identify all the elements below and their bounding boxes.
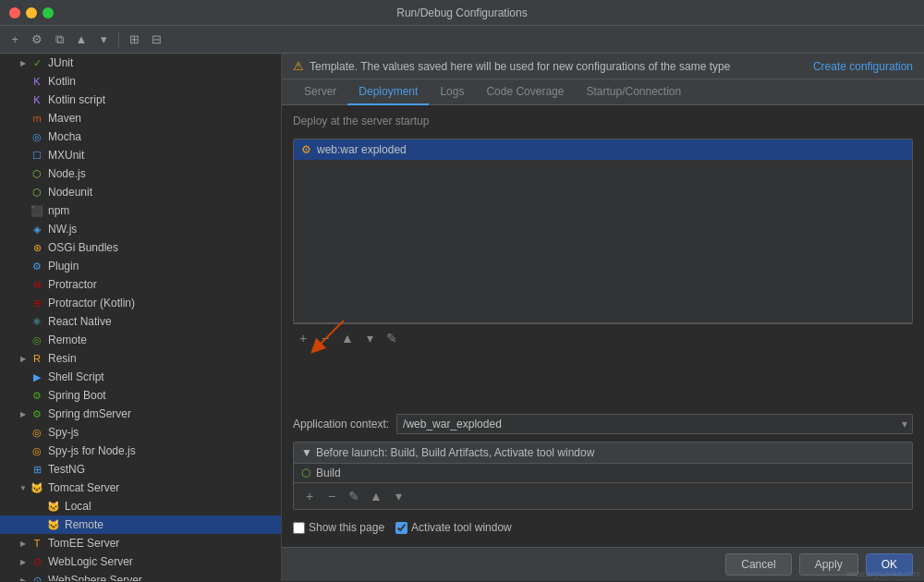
tree-arrow [17, 260, 30, 273]
move-deploy-up-button[interactable]: ▲ [337, 328, 358, 348]
toolbar-separator [118, 32, 119, 47]
tab-code-coverage[interactable]: Code Coverage [475, 79, 575, 105]
window-title: Run/Debug Configurations [396, 6, 527, 19]
close-button[interactable] [9, 7, 20, 18]
sidebar-item-resin[interactable]: ▶RResin [0, 349, 281, 368]
sidebar-item-tomcat-local[interactable]: 🐱Local [0, 497, 281, 515]
tree-arrow [33, 500, 46, 513]
sidebar-item-nwjs[interactable]: ◈NW.js [0, 220, 281, 238]
sidebar-item-plugin[interactable]: ⚙Plugin [0, 257, 281, 275]
show-page-checkbox[interactable]: Show this page [293, 521, 384, 534]
context-select-wrap[interactable]: /web_war_exploded [396, 414, 913, 434]
tree-arrow [17, 149, 30, 162]
sidebar-item-testng[interactable]: ⊞TestNG [0, 460, 281, 479]
sidebar-label-remote: Remote [48, 333, 87, 346]
create-configuration-link[interactable]: Create configuration [813, 60, 913, 73]
tree-arrow: ▶ [17, 352, 30, 365]
sidebar-label-protractor-kotlin: Protractor (Kotlin) [48, 297, 135, 309]
edit-launch-button[interactable]: ✎ [344, 486, 364, 506]
tree-arrow [17, 167, 30, 180]
build-icon: ⬡ [301, 467, 310, 479]
group-button[interactable]: ⊟ [147, 30, 165, 49]
deploy-item[interactable]: ⚙ web:war exploded [294, 139, 912, 160]
spy-js-node-icon: ◎ [30, 443, 44, 458]
sidebar-item-remote[interactable]: ◎Remote [0, 331, 281, 349]
tomcat-remote-icon: 🐱 [46, 517, 61, 532]
sidebar-label-tomcat-local: Local [65, 500, 91, 513]
before-launch-arrow: ▼ [301, 446, 312, 459]
context-select[interactable]: /web_war_exploded [396, 414, 913, 434]
sidebar-label-maven: Maven [48, 112, 81, 125]
sidebar-label-kotlin: Kotlin [48, 75, 76, 88]
sidebar-item-mxunit[interactable]: ☐MXUnit [0, 146, 281, 164]
sidebar-label-react-native: React Native [48, 315, 112, 328]
content-area: ⚠ Template. The values saved here will b… [282, 54, 924, 581]
plugin-icon: ⚙ [30, 259, 44, 273]
sidebar-item-react-native[interactable]: ⚛React Native [0, 312, 281, 331]
before-launch-header[interactable]: ▼ Before launch: Build, Build Artifacts,… [294, 443, 912, 464]
config-tree[interactable]: ▶✓JUnitKKotlinKKotlin scriptmMaven◎Mocha… [0, 54, 282, 581]
sidebar-item-maven[interactable]: mMaven [0, 109, 281, 127]
show-page-input[interactable] [293, 522, 305, 534]
sort-button[interactable]: ⊞ [125, 30, 143, 49]
window-controls [9, 7, 54, 18]
minimize-button[interactable] [26, 7, 37, 18]
copy-button[interactable]: ⧉ [50, 30, 68, 49]
sidebar-item-nodeunit[interactable]: ⬡Nodeunit [0, 183, 281, 201]
tab-startup-connection[interactable]: Startup/Connection [575, 79, 692, 105]
sidebar-item-spy-js-node[interactable]: ◎Spy-js for Node.js [0, 442, 281, 460]
sidebar-label-nodejs: Node.js [48, 167, 86, 180]
sidebar-item-junit[interactable]: ▶✓JUnit [0, 54, 281, 72]
edit-deploy-button[interactable]: ✎ [382, 328, 402, 348]
kotlin-icon: K [30, 74, 44, 89]
add-launch-button[interactable]: + [299, 486, 320, 506]
before-launch-item[interactable]: ⬡ Build [294, 464, 912, 482]
settings-button[interactable]: ⚙ [28, 30, 46, 49]
tree-arrow [17, 278, 30, 291]
add-deploy-button[interactable]: + [293, 328, 313, 348]
sidebar-item-spring-dmserver[interactable]: ▶⚙Spring dmServer [0, 405, 281, 423]
remove-deploy-button[interactable]: − [315, 328, 335, 348]
move-deploy-down-button[interactable]: ▾ [359, 328, 380, 348]
sidebar-item-tomcat-remote[interactable]: 🐱Remote [0, 515, 281, 534]
sidebar-item-osgi[interactable]: ⊛OSGi Bundles [0, 238, 281, 257]
sidebar-item-spy-js[interactable]: ◎Spy-js [0, 423, 281, 442]
sidebar-item-tomcat-server[interactable]: ▼🐱Tomcat Server [0, 479, 281, 497]
move-launch-down-button[interactable]: ▾ [388, 486, 408, 506]
activate-window-input[interactable] [395, 522, 407, 534]
sidebar-item-tomee-server[interactable]: ▶TTomEE Server [0, 534, 281, 552]
sidebar-item-protractor[interactable]: ⊖Protractor [0, 275, 281, 294]
tree-arrow: ▶ [17, 574, 30, 581]
add-config-button[interactable]: + [6, 30, 24, 49]
sidebar-item-mocha[interactable]: ◎Mocha [0, 127, 281, 146]
sidebar-item-nodejs[interactable]: ⬡Node.js [0, 164, 281, 183]
cancel-button[interactable]: Cancel [725, 553, 791, 576]
tomcat-server-icon: 🐱 [30, 480, 44, 495]
sidebar-item-npm[interactable]: ⬛npm [0, 201, 281, 220]
move-down-button[interactable]: ▾ [94, 30, 113, 49]
sidebar-item-protractor-kotlin[interactable]: ⊖Protractor (Kotlin) [0, 294, 281, 312]
tab-deployment[interactable]: Deployment [347, 79, 429, 105]
activate-window-checkbox[interactable]: Activate tool window [395, 521, 512, 534]
tab-logs[interactable]: Logs [429, 79, 475, 105]
deploy-list[interactable]: ⚙ web:war exploded [293, 139, 913, 323]
nwjs-icon: ◈ [30, 222, 44, 236]
tree-arrow: ▶ [17, 56, 30, 69]
junit-icon: ✓ [30, 55, 44, 70]
sidebar-item-kotlin[interactable]: KKotlin [0, 72, 281, 91]
sidebar-item-shell-script[interactable]: ▶Shell Script [0, 368, 281, 386]
sidebar-item-websphere[interactable]: ▶⊙WebSphere Server [0, 571, 281, 581]
sidebar-item-kotlin-script[interactable]: KKotlin script [0, 91, 281, 109]
mocha-icon: ◎ [30, 129, 44, 144]
tab-server[interactable]: Server [293, 79, 347, 105]
move-up-button[interactable]: ▲ [72, 30, 91, 49]
sidebar-item-spring-boot[interactable]: ⚙Spring Boot [0, 386, 281, 405]
sidebar-item-weblogic[interactable]: ▶⊙WebLogic Server [0, 552, 281, 571]
main-container: ▶✓JUnitKKotlinKKotlin scriptmMaven◎Mocha… [0, 54, 924, 581]
remove-launch-button[interactable]: − [322, 486, 342, 506]
move-launch-up-button[interactable]: ▲ [366, 486, 386, 506]
maximize-button[interactable] [43, 7, 54, 18]
websphere-icon: ⊙ [30, 573, 44, 581]
osgi-icon: ⊛ [30, 240, 44, 255]
tree-arrow [33, 518, 46, 531]
